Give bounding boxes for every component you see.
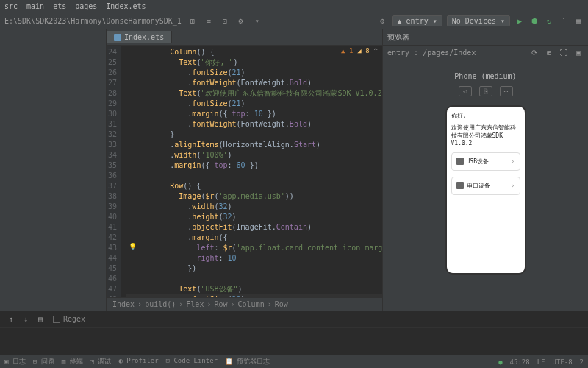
more-button[interactable]: ⋯ (500, 86, 513, 96)
status-info: UTF-8 (552, 358, 572, 366)
menu-pages[interactable]: pages (75, 2, 97, 10)
collapse-icon[interactable]: ▣ (573, 47, 584, 57)
grid-icon[interactable]: ⊞ (544, 47, 554, 57)
phone-label: Phone (medium) (454, 72, 516, 80)
device-select[interactable]: No Devices ▾ (447, 15, 510, 26)
breadcrumb: Index › build() › Flex › Row › Column › … (107, 297, 382, 311)
breadcrumb-item[interactable]: Column (238, 300, 265, 308)
usb-card[interactable]: USB设备 › (451, 152, 520, 171)
toolbar-icon[interactable]: ⊞ (187, 16, 198, 26)
menu-file[interactable]: Index.ets (106, 2, 146, 10)
usb-icon (456, 158, 464, 165)
more-icon[interactable]: ▦ (573, 16, 584, 26)
menu-ets[interactable]: ets (53, 2, 66, 10)
status-item[interactable]: 📋 预览器日志 (225, 357, 270, 367)
top-menu-bar: src main ets pages Index.ets (0, 0, 588, 13)
main-toolbar: E:\SDK\SDK2023\Harmony\DonseHarmonySDK_1… (0, 13, 588, 29)
status-item[interactable]: ⊞ 问题 (33, 357, 54, 367)
breadcrumb-item[interactable]: Flex (186, 300, 204, 308)
preview-title: 预览器 (387, 32, 409, 43)
breadcrumb-item[interactable]: build() (145, 300, 176, 308)
more-icon[interactable]: ⋮ (559, 16, 569, 26)
status-info: 45:28 (510, 358, 530, 366)
code-content[interactable]: Column() { Text("你好, ") .fontSize(21) .f… (121, 46, 382, 297)
breadcrumb-item[interactable]: Index (112, 300, 135, 308)
refresh-icon[interactable]: ⟳ (529, 47, 539, 57)
debug-icon[interactable]: ⬢ (529, 16, 539, 26)
breadcrumb-item[interactable]: Row (275, 300, 288, 308)
filter-icon[interactable]: ▤ (35, 314, 46, 325)
menu-src[interactable]: src (4, 2, 18, 10)
search-icon[interactable]: ↓ (21, 314, 31, 325)
serial-card[interactable]: 串口设备 › (451, 177, 520, 195)
file-icon (114, 34, 121, 41)
greeting-text: 你好, (451, 113, 520, 120)
status-item[interactable]: ◐ Profiler (118, 357, 158, 367)
chevron-right-icon: › (511, 182, 514, 189)
search-icon[interactable]: ↑ (6, 314, 16, 325)
regex-checkbox[interactable]: Regex (53, 315, 85, 323)
status-info: LF (537, 358, 545, 366)
code-editor[interactable]: ▲ 1 ◢ 8 ^ 24 25 26 27 28 29 30 31 32 33 … (107, 46, 382, 297)
breadcrumb-item[interactable]: Row (214, 300, 227, 308)
status-item[interactable]: ▣ 日志 (4, 357, 26, 367)
tab-label: Index.ets (124, 33, 164, 41)
dropdown-icon[interactable]: ▾ (252, 16, 262, 26)
expand-icon[interactable]: ⛶ (559, 47, 569, 57)
status-item[interactable]: ⊡ Code Linter (166, 357, 218, 367)
project-path: E:\SDK\SDK2023\Harmony\DonseHarmonySDK_1 (4, 17, 182, 25)
bottom-panel: ↑ ↓ ▤ Regex (0, 311, 588, 355)
status-item[interactable]: ▥ 终端 (62, 357, 83, 367)
gear-icon[interactable]: ⚙ (236, 16, 246, 26)
status-bar: ▣ 日志⊞ 问题▥ 终端◳ 调试◐ Profiler⊡ Code Linter📋… (0, 355, 588, 368)
toolbar-icon[interactable]: ⊡ (220, 16, 230, 26)
toolbar-icon[interactable]: ≡ (204, 16, 214, 26)
intention-bulb-icon[interactable]: 💡 (129, 243, 137, 250)
tab-index-ets[interactable]: Index.ets (107, 31, 172, 43)
copy-button[interactable]: ⎘ (479, 86, 492, 96)
welcome-text: 欢迎使用广东东信智能科技有限公司鸿蒙SDK V1.0.2 (451, 124, 520, 147)
preview-panel: 预览器 entry : /pages/Index ⟳ ⊞ ⛶ ▣ Phone (… (382, 29, 588, 311)
line-gutter: 24 25 26 27 28 29 30 31 32 33 34 35 36 3… (107, 46, 121, 297)
phone-preview: 你好, 欢迎使用广东东信智能科技有限公司鸿蒙SDK V1.0.2 USB设备 ›… (445, 105, 526, 275)
menu-main[interactable]: main (26, 2, 44, 10)
entry-select[interactable]: ▲ entry ▾ (392, 15, 442, 26)
run-icon[interactable]: ▶ (514, 16, 525, 26)
sync-icon[interactable]: ● (498, 358, 502, 366)
editor-status: ▲ 1 ◢ 8 ^ (341, 47, 378, 54)
refresh-icon[interactable]: ↻ (544, 16, 554, 26)
preview-path: entry : /pages/Index (387, 49, 476, 57)
chevron-right-icon: › (511, 158, 514, 165)
status-item[interactable]: ◳ 调试 (90, 357, 112, 367)
settings-icon[interactable]: ⚙ (378, 16, 388, 26)
status-info: 2 (580, 358, 584, 366)
editor-tabs: Index.ets (107, 29, 382, 46)
project-panel (0, 29, 107, 311)
serial-icon (456, 182, 464, 189)
back-button[interactable]: ◁ (459, 86, 472, 96)
